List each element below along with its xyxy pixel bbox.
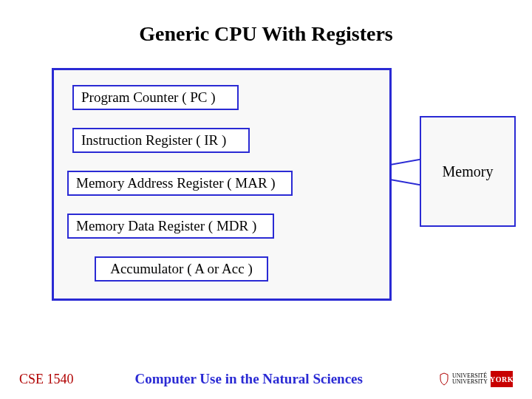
register-acc: Accumulator ( A or Acc ) bbox=[95, 256, 268, 282]
york-logo: UNIVERSITÉ UNIVERSITY YORK bbox=[439, 371, 513, 387]
diagram: Program Counter ( PC ) Instruction Regis… bbox=[0, 68, 532, 312]
register-mdr: Memory Data Register ( MDR ) bbox=[67, 214, 274, 239]
cpu-box: Program Counter ( PC ) Instruction Regis… bbox=[52, 68, 392, 301]
bus-connector-icon bbox=[390, 164, 421, 180]
logo-tag: UNIVERSITÉ UNIVERSITY bbox=[452, 373, 488, 385]
memory-box: Memory bbox=[420, 116, 516, 227]
slide-title: Generic CPU With Registers bbox=[0, 22, 532, 46]
logo-name: YORK bbox=[491, 371, 513, 387]
footer-subtitle: Computer Use in the Natural Sciences bbox=[59, 371, 439, 387]
memory-label: Memory bbox=[443, 163, 494, 180]
register-ir: Instruction Register ( IR ) bbox=[72, 128, 250, 153]
register-pc: Program Counter ( PC ) bbox=[72, 85, 239, 110]
register-mar: Memory Address Register ( MAR ) bbox=[67, 171, 293, 196]
footer: CSE 1540 Computer Use in the Natural Sci… bbox=[0, 371, 532, 387]
crest-icon bbox=[439, 372, 449, 386]
